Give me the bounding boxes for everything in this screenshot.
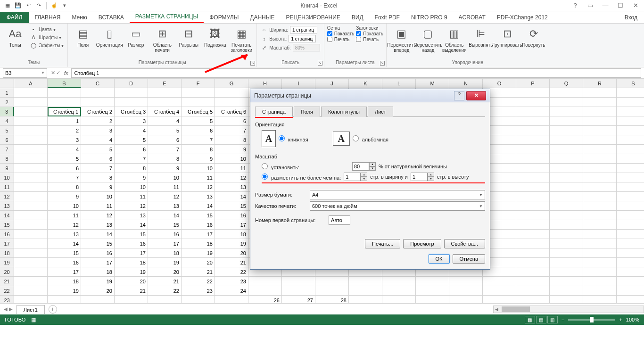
cell[interactable] — [583, 211, 617, 220]
row-header[interactable]: 17 — [0, 239, 14, 248]
cell[interactable] — [617, 267, 644, 277]
minimize-icon[interactable]: — — [599, 1, 612, 10]
macro-record-icon[interactable]: ▦ — [31, 317, 36, 323]
margins-button[interactable]: ▤Поля — [71, 25, 95, 48]
fit-height-input[interactable]: ▲▼ — [411, 173, 434, 181]
row-header[interactable]: 3 — [0, 107, 14, 116]
scale-set-radio[interactable]: установить: — [262, 163, 299, 170]
cell[interactable] — [550, 258, 583, 267]
cell[interactable]: 18 — [148, 248, 182, 258]
cell[interactable]: 6 — [215, 116, 248, 126]
cell[interactable]: Столбец 1 — [48, 107, 81, 116]
cell[interactable] — [483, 296, 516, 303]
cell[interactable] — [14, 220, 48, 230]
row-header[interactable]: 16 — [0, 230, 14, 239]
normal-view-icon[interactable]: ▦ — [525, 316, 535, 323]
column-header[interactable]: C — [81, 79, 115, 88]
column-header[interactable]: H — [248, 79, 282, 88]
cell[interactable] — [583, 277, 617, 286]
cell[interactable]: 17 — [48, 267, 81, 277]
cell[interactable]: 23 — [182, 286, 215, 296]
row-header[interactable]: 9 — [0, 164, 14, 173]
cell[interactable]: 19 — [215, 239, 248, 248]
cell[interactable] — [516, 192, 550, 201]
sheet-tab[interactable]: Лист1 — [17, 305, 45, 314]
cell[interactable] — [583, 220, 617, 230]
column-header[interactable]: E — [148, 79, 182, 88]
cell[interactable] — [516, 182, 550, 192]
column-header[interactable]: N — [449, 79, 483, 88]
row-header[interactable]: 1 — [0, 88, 14, 98]
cell[interactable] — [215, 296, 248, 303]
dialog-tab-page[interactable]: Страница — [255, 107, 293, 117]
cell[interactable]: 16 — [48, 258, 81, 267]
portrait-radio[interactable]: книжная — [279, 135, 308, 142]
cell[interactable]: 7 — [48, 173, 81, 182]
cell[interactable] — [14, 154, 48, 164]
cell[interactable] — [14, 248, 48, 258]
cell[interactable] — [583, 201, 617, 211]
cell[interactable] — [48, 296, 81, 303]
cell[interactable]: 11 — [215, 164, 248, 173]
row-header[interactable]: 13 — [0, 201, 14, 211]
dialog-tab-margins[interactable]: Поля — [294, 107, 320, 117]
cell[interactable] — [14, 164, 48, 173]
cell[interactable]: 8 — [81, 173, 115, 182]
cell[interactable] — [14, 173, 48, 182]
cell[interactable]: 21 — [115, 286, 148, 296]
cell[interactable]: 7 — [215, 126, 248, 135]
cell[interactable] — [14, 286, 48, 296]
cell[interactable] — [583, 248, 617, 258]
cell[interactable]: 14 — [148, 211, 182, 220]
fit-width-input[interactable]: ▲▼ — [344, 173, 367, 181]
cell[interactable]: 10 — [81, 192, 115, 201]
cell[interactable] — [14, 135, 48, 145]
cell[interactable] — [449, 277, 483, 286]
cell[interactable]: 9 — [148, 164, 182, 173]
cell[interactable]: 7 — [148, 145, 182, 154]
cell[interactable] — [516, 126, 550, 135]
cell[interactable]: 15 — [48, 248, 81, 258]
excel-icon[interactable]: ▦ — [3, 1, 12, 10]
column-header[interactable]: S — [617, 79, 644, 88]
cell[interactable] — [483, 286, 516, 296]
cell[interactable]: 19 — [182, 248, 215, 258]
cell[interactable]: 3 — [48, 135, 81, 145]
cell[interactable] — [416, 286, 449, 296]
cell[interactable] — [14, 258, 48, 267]
cell[interactable]: 8 — [148, 154, 182, 164]
cell[interactable] — [315, 277, 349, 286]
cell[interactable]: 8 — [215, 135, 248, 145]
tab-view[interactable]: ВИД — [346, 12, 369, 23]
cell[interactable]: 8 — [182, 145, 215, 154]
bring-forward-button[interactable]: ▣Переместить вперед — [389, 25, 414, 53]
column-header[interactable]: P — [516, 79, 550, 88]
cell[interactable] — [516, 296, 550, 303]
row-header[interactable]: 20 — [0, 267, 14, 277]
cell[interactable] — [516, 107, 550, 116]
cell[interactable] — [550, 286, 583, 296]
cell[interactable] — [550, 296, 583, 303]
cell[interactable] — [516, 145, 550, 154]
row-header[interactable]: 7 — [0, 145, 14, 154]
column-header[interactable]: B — [48, 79, 81, 88]
cell[interactable] — [349, 286, 382, 296]
print-titles-button[interactable]: ▦Печатать заголовки — [229, 25, 254, 53]
tab-pdfxchange[interactable]: PDF-XChange 2012 — [491, 12, 553, 23]
properties-button[interactable]: Свойства... — [444, 239, 485, 248]
cell[interactable]: 18 — [182, 239, 215, 248]
height-input[interactable] — [289, 35, 316, 42]
cell[interactable]: 4 — [48, 145, 81, 154]
cell[interactable] — [550, 126, 583, 135]
cell[interactable]: 18 — [81, 267, 115, 277]
cell[interactable]: 19 — [81, 277, 115, 286]
cell[interactable] — [516, 164, 550, 173]
tab-menu[interactable]: Меню — [66, 12, 92, 23]
cell[interactable]: 20 — [215, 248, 248, 258]
cell[interactable]: 3 — [115, 116, 148, 126]
row-header[interactable]: 8 — [0, 154, 14, 164]
cell[interactable]: 13 — [215, 182, 248, 192]
cell[interactable] — [550, 154, 583, 164]
cell[interactable] — [583, 182, 617, 192]
cell[interactable]: 19 — [148, 258, 182, 267]
